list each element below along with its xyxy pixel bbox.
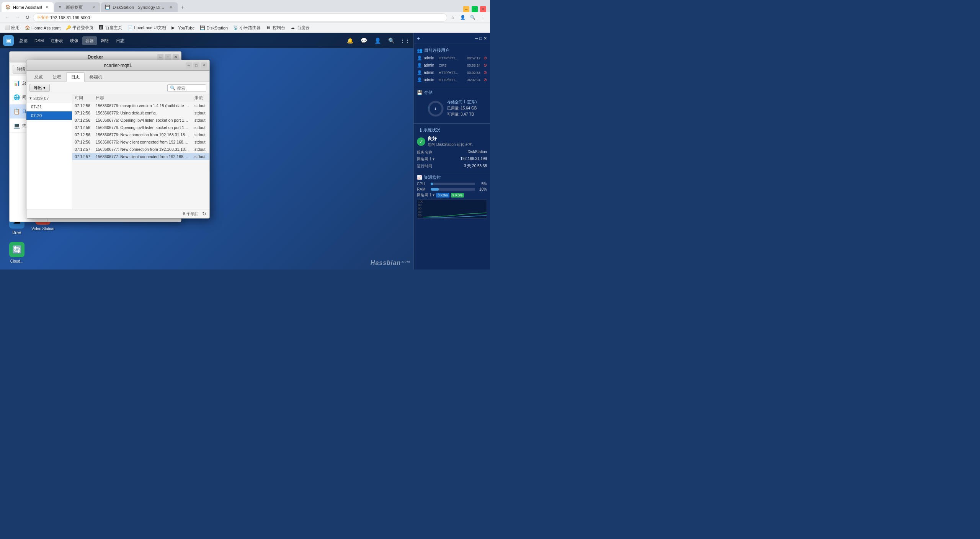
browser-minimize-button[interactable]: ─ bbox=[463, 6, 469, 12]
desktop-icon-cloud-sync[interactable]: 🔄 Cloud... bbox=[3, 240, 31, 266]
tab-favicon: ✦ bbox=[58, 5, 64, 10]
bookmark-favicon: 🔑 bbox=[66, 25, 71, 31]
ds-taskbar-item-映像[interactable]: 映像 bbox=[67, 36, 82, 45]
ds-search-button[interactable]: 🔍 bbox=[386, 35, 397, 46]
browser-maximize-button[interactable]: □ bbox=[472, 6, 478, 12]
bookmark-star-button[interactable]: ☆ bbox=[449, 13, 457, 22]
mqtt-export-button[interactable]: 导出 ▾ bbox=[29, 84, 50, 92]
address-bar[interactable]: 不安全 192.168.31.199:5000 bbox=[33, 13, 447, 22]
bookmark-百度云[interactable]: ☁ 百度云 bbox=[288, 24, 312, 31]
group-expand-icon[interactable]: ▾ bbox=[29, 96, 32, 101]
forward-button[interactable]: → bbox=[13, 13, 21, 22]
ds-taskbar-item-网络[interactable]: 网络 bbox=[98, 36, 112, 45]
mqtt-tab-日志[interactable]: 日志 bbox=[66, 72, 85, 82]
mqtt-tab-终端机[interactable]: 终端机 bbox=[85, 72, 107, 82]
ds-taskbar-item-注册表[interactable]: 注册表 bbox=[47, 36, 66, 45]
search-button[interactable]: 🔍 bbox=[469, 13, 477, 22]
user-type: CIFS bbox=[439, 64, 466, 67]
log-table-row[interactable]: 07:12:571563606777: New client connected… bbox=[72, 153, 209, 160]
panel-expand-icon[interactable]: □ bbox=[479, 36, 482, 41]
user-disconnect-button[interactable]: ⊘ bbox=[483, 77, 487, 82]
mqtt-restore-button[interactable]: □ bbox=[193, 62, 199, 69]
ds-chat-button[interactable]: 💬 bbox=[358, 35, 369, 46]
ram-label: RAM bbox=[417, 187, 428, 191]
mqtt-search-input[interactable] bbox=[177, 86, 204, 90]
log-stream: stdout bbox=[192, 124, 209, 131]
docker-restore-button[interactable]: □ bbox=[165, 54, 171, 60]
user-disconnect-button[interactable]: ⊘ bbox=[483, 63, 487, 68]
panel-add-button[interactable]: + bbox=[417, 35, 420, 41]
user-disconnect-button[interactable]: ⊘ bbox=[483, 70, 487, 75]
refresh-button[interactable]: ↻ bbox=[23, 13, 31, 22]
log-table-row[interactable]: 07:12:561563606776: Opening ipv4 listen … bbox=[72, 117, 209, 124]
user-disconnect-button[interactable]: ⊘ bbox=[483, 56, 487, 60]
mqtt-titlebar: ncarlier-mqtt1 ─ □ ✕ bbox=[26, 60, 209, 71]
log-date-item-07-20[interactable]: 07-20 bbox=[26, 111, 72, 120]
user-type: HTTP/HTT... bbox=[439, 56, 466, 60]
panel-minimize-icon[interactable]: ─ bbox=[475, 36, 478, 41]
browser-close-button[interactable]: ✕ bbox=[480, 6, 486, 12]
bookmark-Home-Assistant[interactable]: 🏠 Home Assistant bbox=[23, 24, 63, 31]
log-table-row[interactable]: 07:12:561563606776: New connection from … bbox=[72, 131, 209, 139]
log-refresh-button[interactable]: ↻ bbox=[202, 211, 206, 217]
browser-tab-diskstation[interactable]: 💾 DiskStation - Synology DiskS... ✕ bbox=[101, 2, 178, 12]
profile-button[interactable]: 👤 bbox=[459, 13, 467, 22]
ds-taskbar-item-日志[interactable]: 日志 bbox=[113, 36, 127, 45]
ds-apps-button[interactable]: ⋮⋮ bbox=[400, 35, 410, 46]
status-good: ✓ 良好 您的 DiskStation 运转正常。 bbox=[417, 134, 487, 149]
log-table-row[interactable]: 07:12:561563606776: mosquitto version 1.… bbox=[72, 102, 209, 109]
address-text: 192.168.31.199:5000 bbox=[50, 15, 90, 20]
ds-user-button[interactable]: 👤 bbox=[372, 35, 383, 46]
right-panel: + ─ □ ✕ 👥 目前连接用户 👤 admin HTTP/HTT... 00:… bbox=[413, 33, 490, 270]
tab-close-button[interactable]: ✕ bbox=[44, 5, 50, 10]
log-count: 8 个项目 bbox=[183, 211, 199, 217]
browser-tab-home-assistant[interactable]: 🏠 Home Assistant ✕ bbox=[2, 2, 54, 12]
docker-minimize-button[interactable]: ─ bbox=[157, 54, 163, 60]
bookmark-YouTube[interactable]: ▶ YouTube bbox=[169, 24, 197, 31]
mqtt-minimize-button[interactable]: ─ bbox=[186, 62, 192, 69]
bookmark-favicon: 🏠 bbox=[25, 25, 30, 31]
log-time: 07:12:56 bbox=[72, 117, 93, 124]
bookmark-应用[interactable]: ⬜ 应用 bbox=[2, 24, 22, 31]
menu-button[interactable]: ⋮ bbox=[479, 13, 487, 22]
bookmark-label: Home Assistant bbox=[31, 26, 60, 30]
storage-circle: 1 bbox=[427, 100, 444, 117]
bookmark-LoveLace-UI文档[interactable]: 📄 LoveLace UI文档 bbox=[125, 24, 168, 31]
ds-logo[interactable]: ▣ bbox=[3, 35, 14, 46]
bookmark-控制台[interactable]: 🖥 控制台 bbox=[264, 24, 287, 31]
storage-title: 💾 存储 bbox=[414, 88, 490, 96]
back-button[interactable]: ← bbox=[3, 13, 11, 22]
ds-taskbar-item-容器[interactable]: 容器 bbox=[82, 36, 97, 45]
ds-desktop: ▣ 总览DSM注册表映像容器网络日志 🔔 💬 👤 🔍 ⋮⋮ 📁 File S..… bbox=[0, 33, 413, 270]
log-table-row[interactable]: 07:12:561563606776: Using default config… bbox=[72, 109, 209, 117]
ds-taskbar: ▣ 总览DSM注册表映像容器网络日志 🔔 💬 👤 🔍 ⋮⋮ bbox=[0, 33, 413, 48]
mqtt-close-button[interactable]: ✕ bbox=[201, 62, 207, 69]
bookmark-百度主页[interactable]: 🅱 百度主页 bbox=[96, 24, 124, 31]
log-message: 1563606776: mosquitto version 1.4.15 (bu… bbox=[93, 102, 192, 109]
log-table-row[interactable]: 07:12:571563606777: New connection from … bbox=[72, 146, 209, 153]
new-tab-button[interactable]: + bbox=[178, 2, 188, 12]
tab-close-button[interactable]: ✕ bbox=[91, 5, 96, 10]
mqtt-search[interactable]: 🔍 bbox=[167, 84, 206, 92]
log-table-row[interactable]: 07:12:561563606776: New client connected… bbox=[72, 139, 209, 146]
bookmark-label: 应用 bbox=[11, 25, 20, 31]
panel-close-icon[interactable]: ✕ bbox=[483, 36, 487, 41]
log-date-item-07-21[interactable]: 07-21 bbox=[26, 103, 72, 111]
tab-close-button[interactable]: ✕ bbox=[168, 5, 174, 10]
ds-taskbar-item-DSM[interactable]: DSM bbox=[31, 36, 47, 45]
mqtt-win-controls: ─ □ ✕ bbox=[186, 62, 207, 69]
ds-notification-button[interactable]: 🔔 bbox=[345, 35, 355, 46]
log-table-row[interactable]: 07:12:561563606776: Opening ipv6 listen … bbox=[72, 124, 209, 131]
mqtt-title: ncarlier-mqtt1 bbox=[104, 63, 132, 68]
browser-tab-new-tab[interactable]: ✦ 新标签页 ✕ bbox=[54, 2, 100, 12]
mqtt-tab-进程[interactable]: 进程 bbox=[48, 72, 66, 82]
bookmark-DiskStation[interactable]: 💾 DiskStation bbox=[198, 24, 230, 31]
navigation-bar: ← → ↻ 不安全 192.168.31.199:5000 ☆ 👤 🔍 ⋮ bbox=[0, 12, 490, 23]
log-stream: stdout bbox=[192, 117, 209, 124]
resource-icon: 📈 bbox=[417, 175, 422, 180]
docker-close-button[interactable]: ✕ bbox=[173, 54, 179, 60]
mqtt-tab-总览[interactable]: 总览 bbox=[29, 72, 48, 82]
ds-taskbar-item-总览[interactable]: 总览 bbox=[16, 36, 31, 45]
bookmark-小米路由器[interactable]: 📡 小米路由器 bbox=[231, 24, 263, 31]
bookmark-平台登录页[interactable]: 🔑 平台登录页 bbox=[64, 24, 96, 31]
